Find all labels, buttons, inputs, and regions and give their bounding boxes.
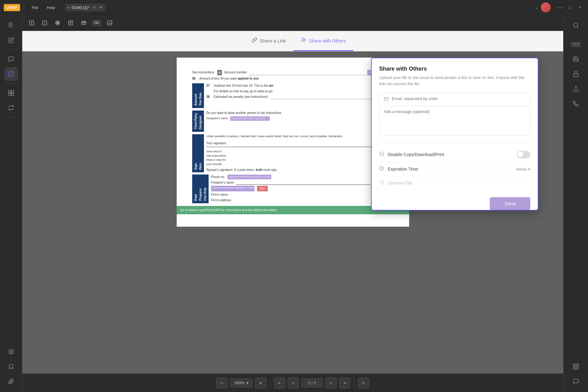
pdf-account-underline <box>249 70 366 75</box>
send-button[interactable]: Send <box>490 197 530 210</box>
pdf-amount-rows: 37 Subtract line 33 from line 24. This i… <box>206 83 394 108</box>
pdf-third-party-label: Third PartyDesignee <box>192 111 204 132</box>
tab-share-others[interactable]: Share with Others <box>293 31 353 51</box>
email-input[interactable] <box>392 96 526 101</box>
tab-close-button[interactable]: × <box>93 5 95 10</box>
tool-sign-button[interactable] <box>104 17 115 28</box>
pdf-amount-section: AmountYou Owe 37 Subtract line 33 from l… <box>192 83 394 108</box>
right-separator-1 <box>571 35 581 35</box>
pdf-sign-content: Under penalties of perjury, I declare th… <box>206 134 394 172</box>
tool-combo-button[interactable] <box>78 17 89 28</box>
tool-checkbox-button[interactable] <box>39 17 50 28</box>
disable-toggle[interactable] <box>517 151 530 158</box>
menu-file[interactable]: File <box>28 4 42 11</box>
expiration-select[interactable]: Never ▾ <box>516 167 530 172</box>
pdf-account-label: Account number <box>224 70 247 75</box>
sidebar-icon-edit[interactable] <box>4 33 18 47</box>
expiration-value: Never <box>516 167 527 172</box>
right-icon-secure[interactable] <box>569 67 583 81</box>
nav-close-button[interactable]: × <box>358 377 369 389</box>
zoom-minus-button[interactable] <box>216 377 228 389</box>
sidebar-icon-pages[interactable] <box>4 19 18 32</box>
close-button[interactable]: × <box>576 3 584 12</box>
right-icon-save[interactable] <box>569 52 583 66</box>
minimize-button[interactable]: — <box>556 3 564 12</box>
zoom-dropdown-arrow[interactable]: ▾ <box>246 381 249 385</box>
svg-line-31 <box>380 152 383 155</box>
svg-point-33 <box>382 180 383 181</box>
email-icon <box>384 97 389 103</box>
tool-text-button[interactable] <box>26 17 37 28</box>
tab-share-link[interactable]: Share a Link <box>244 31 293 51</box>
left-sidebar <box>0 15 22 392</box>
pdf-joint-return: Joint return?See instructions.Keep a cop… <box>206 150 394 166</box>
right-icon-history[interactable] <box>569 360 583 373</box>
sidebar-icon-attachment[interactable] <box>4 375 18 388</box>
svg-rect-9 <box>11 91 14 93</box>
titlebar-right: ⌄ — □ × <box>535 2 584 12</box>
sidebar-icon-convert[interactable] <box>4 101 18 115</box>
pdf-row-37: 37 Subtract line 33 from line 24. This i… <box>206 83 394 88</box>
pdf-d-label: d <box>217 70 222 75</box>
svg-point-18 <box>57 22 59 24</box>
message-textarea[interactable] <box>384 109 526 131</box>
pdf-designee-field: topmostSubform[0].Page2[0].f2_3 <box>230 116 270 121</box>
right-icon-search[interactable] <box>569 19 583 32</box>
tool-ok-button[interactable]: OK <box>91 17 102 28</box>
pdf-row-37b: For details on how to pay, go to www.irs… <box>214 89 394 94</box>
user-avatar[interactable] <box>541 2 551 12</box>
sidebar-icon-organize[interactable] <box>4 86 18 100</box>
unshare-option-row: Unshare File <box>379 176 530 190</box>
pdf-your-signature: Your signature <box>206 141 394 147</box>
unshare-label: Unshare File <box>388 181 530 185</box>
right-separator-2 <box>571 113 581 113</box>
menu-help[interactable]: Help <box>43 4 59 11</box>
nav-first-button[interactable] <box>274 377 285 389</box>
window-dropdown-arrow[interactable]: ⌄ <box>535 5 538 10</box>
options-area: Disable Copy/Download/Print Expi <box>379 142 530 190</box>
share-link-icon <box>252 37 257 44</box>
app-logo[interactable]: UPDF <box>4 4 20 11</box>
pdf-row-36: 36 Amount of line 34 you want applied to… <box>192 76 394 81</box>
tab-add-button[interactable]: + <box>99 4 103 11</box>
tool-radio-button[interactable] <box>52 17 63 28</box>
sidebar-icon-layers[interactable] <box>4 345 18 359</box>
svg-rect-10 <box>8 93 11 96</box>
right-icon-chat[interactable] <box>569 375 583 388</box>
nav-separator-1 <box>270 379 270 387</box>
pdf-sign-text: Under penalties of perjury, I declare th… <box>206 134 394 139</box>
right-icon-share[interactable] <box>569 82 583 96</box>
content-area: OK Share a Link <box>22 15 563 392</box>
disable-label: Disable Copy/Download/Print <box>388 152 517 157</box>
tab-share-link-label: Share a Link <box>260 38 286 43</box>
svg-line-36 <box>381 183 382 184</box>
nav-last-button[interactable] <box>339 377 350 389</box>
pdf-preparer-section: PaidPreparerUse Only Phone no. topmostSu… <box>192 175 394 203</box>
tab-filename[interactable]: f1040 (1)* <box>72 5 89 10</box>
tab-area: ▾ f1040 (1)* × + <box>65 4 105 11</box>
sidebar-icon-comment[interactable] <box>4 52 18 66</box>
sidebar-icon-bookmark[interactable] <box>4 360 18 373</box>
sidebar-icon-form[interactable] <box>4 67 18 81</box>
tool-list-button[interactable] <box>65 17 76 28</box>
pdf-sign-button[interactable]: Sign <box>257 186 267 191</box>
right-icon-email[interactable] <box>569 97 583 111</box>
zoom-value: 160% <box>234 381 244 385</box>
tab-dropdown-arrow[interactable]: ▾ <box>68 6 69 9</box>
sidebar-separator-2 <box>6 83 16 84</box>
svg-rect-49 <box>573 367 575 369</box>
expiration-label: Expiration Time: <box>388 167 516 172</box>
svg-line-37 <box>381 181 382 182</box>
right-sidebar: OCR <box>563 15 588 392</box>
main-layout: OK Share a Link <box>0 15 588 392</box>
nav-next-button[interactable] <box>325 377 337 389</box>
zoom-plus-button[interactable] <box>255 377 266 389</box>
right-icon-ocr[interactable]: OCR <box>569 37 583 51</box>
nav-prev-button[interactable] <box>288 377 299 389</box>
pdf-info-text: Go to www.irs.gov/Form1040 for instructi… <box>180 208 278 212</box>
pdf-preparer-content: Phone no. topmostSubform[0].Page2[0].f2_… <box>211 175 394 203</box>
pdf-see-instructions: See instructions. <box>192 70 215 75</box>
page-separator: / <box>312 381 313 385</box>
maximize-button[interactable]: □ <box>566 3 574 12</box>
tab-share-others-label: Share with Others <box>309 38 346 43</box>
